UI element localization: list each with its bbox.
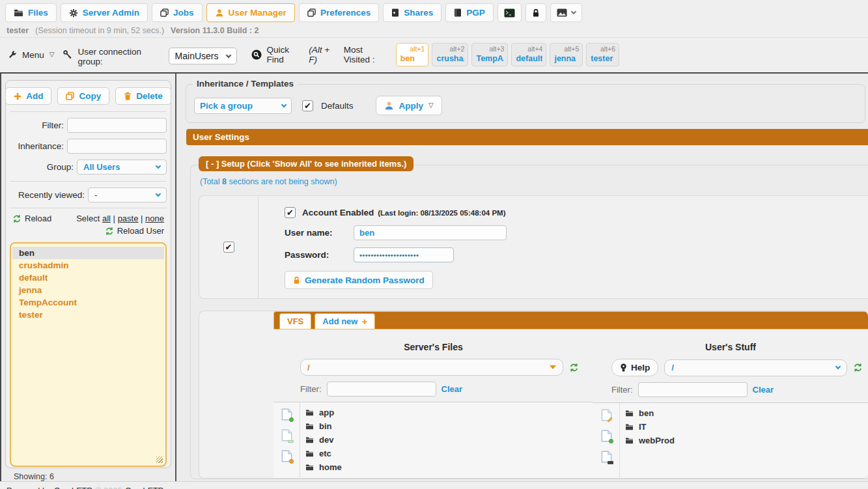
- showing-count: Showing: 6: [10, 472, 167, 481]
- most-visited-tester[interactable]: alt+6 tester: [586, 43, 619, 66]
- crushftp-link[interactable]: CrushFTP: [125, 486, 163, 489]
- reload-row: Reload Select all | paste | none: [10, 214, 167, 223]
- tab-pgp[interactable]: PGP: [445, 3, 494, 22]
- help-button[interactable]: Help: [611, 359, 658, 376]
- tab-files[interactable]: Files: [5, 3, 57, 22]
- password-input[interactable]: [354, 247, 454, 262]
- shortcut-badge: alt+3: [476, 46, 504, 53]
- reload-link[interactable]: Reload: [25, 214, 51, 223]
- tab-shares[interactable]: Shares: [383, 3, 441, 22]
- user-file-row[interactable]: webProd: [625, 434, 868, 447]
- tab-vfs[interactable]: VFS: [279, 313, 311, 329]
- terminal-button[interactable]: [497, 3, 522, 22]
- user-path-value: /: [671, 363, 836, 372]
- user-list-item-crushadmin[interactable]: crushadmin: [12, 259, 164, 272]
- refresh-icon[interactable]: [569, 363, 579, 372]
- tab-preferences[interactable]: Preferences: [299, 3, 379, 22]
- add-file-icon[interactable]: [601, 430, 612, 442]
- user-list-item-jenna[interactable]: jenna: [12, 284, 164, 296]
- edit-file-icon[interactable]: [601, 409, 612, 421]
- tab-label: VFS: [287, 316, 303, 326]
- section-check-cell: [199, 196, 259, 298]
- select-all-link[interactable]: all: [102, 214, 111, 223]
- user-list-item-tempaccount[interactable]: TempAccount: [12, 296, 164, 309]
- add-file-icon[interactable]: [281, 408, 292, 421]
- pick-group-select[interactable]: Pick a group: [194, 98, 292, 114]
- select-none-link[interactable]: none: [145, 214, 164, 223]
- resize-handle[interactable]: [156, 456, 163, 463]
- version-info: Version 11.3.0 Build : 2: [171, 26, 259, 35]
- most-visited-crushadmin[interactable]: alt+2 crusha...: [432, 43, 468, 66]
- most-visited-jenna[interactable]: alt+5 jenna: [550, 43, 583, 66]
- button-label: Add: [26, 91, 43, 101]
- user-path-combo[interactable]: /: [664, 359, 847, 376]
- key-icon: [63, 50, 72, 59]
- delete-user-button[interactable]: Delete: [115, 87, 171, 105]
- crushftp-link[interactable]: CrushFTP: [54, 486, 92, 489]
- user-list: ben crushadmin default jenna TempAccount…: [10, 242, 167, 467]
- chip-name: jenna: [554, 55, 579, 64]
- server-path-row: /: [273, 359, 593, 376]
- add-user-button[interactable]: Add: [5, 87, 51, 105]
- group-select[interactable]: All Users: [77, 160, 167, 175]
- select-paste-link[interactable]: paste: [118, 214, 139, 223]
- filter-input[interactable]: [67, 118, 167, 133]
- user-stuff-title: User's Stuff: [593, 342, 868, 352]
- person-icon: [215, 8, 224, 18]
- account-enabled-label: Account Enabled: [302, 208, 374, 217]
- server-path-combo[interactable]: /: [300, 359, 563, 376]
- menu-button[interactable]: Menu: [22, 50, 44, 60]
- defaults-checkbox[interactable]: [302, 100, 313, 111]
- lock-button[interactable]: [525, 3, 546, 22]
- tab-jobs[interactable]: Jobs: [152, 3, 203, 22]
- server-files-title: Server's Files: [273, 342, 593, 352]
- tab-label: Add new: [322, 316, 357, 326]
- server-file-row[interactable]: home: [305, 460, 593, 474]
- section-checkbox[interactable]: [223, 242, 234, 253]
- connection-group-select[interactable]: MainUsers: [169, 48, 237, 64]
- reload-user-link[interactable]: Reload User: [117, 226, 164, 236]
- most-visited-tempaccount[interactable]: alt+3 TempA...: [471, 43, 508, 66]
- server-file-row[interactable]: dev: [305, 433, 593, 447]
- user-file-row[interactable]: ben: [625, 406, 868, 420]
- tab-user-manager[interactable]: User Manager: [206, 3, 295, 22]
- user-clear-link[interactable]: Clear: [753, 385, 774, 395]
- account-enabled-checkbox[interactable]: [285, 207, 296, 218]
- zip-file-icon[interactable]: [601, 451, 612, 463]
- most-visited-ben[interactable]: alt+1 ben: [396, 43, 429, 66]
- gear-icon: [69, 8, 78, 18]
- folder-icon: [305, 423, 314, 430]
- generate-password-button[interactable]: Generate Random Password: [285, 271, 433, 289]
- most-visited-default[interactable]: alt+4 default: [511, 43, 546, 66]
- server-file-row[interactable]: app: [305, 406, 593, 419]
- user-filter-input[interactable]: [638, 382, 748, 397]
- file-icon[interactable]: [281, 429, 292, 441]
- username-input[interactable]: [354, 225, 507, 240]
- theme-button[interactable]: [550, 3, 582, 22]
- server-clear-link[interactable]: Clear: [441, 384, 463, 394]
- logged-in-user: tester: [7, 26, 29, 35]
- remove-file-icon[interactable]: [281, 450, 292, 462]
- tab-server-admin[interactable]: Server Admin: [61, 3, 148, 22]
- quick-find-icon[interactable]: [251, 49, 262, 60]
- server-file-row[interactable]: bin: [305, 419, 593, 433]
- server-filter-input[interactable]: [327, 382, 436, 397]
- quick-find-label[interactable]: Quick Find: [267, 45, 307, 64]
- refresh-icon[interactable]: [853, 363, 863, 372]
- group-value: All Users: [83, 162, 120, 172]
- user-list-item-tester[interactable]: tester: [12, 309, 164, 321]
- recently-viewed-select[interactable]: -: [88, 188, 167, 203]
- server-filter-row: Filter: Clear: [273, 382, 593, 397]
- copy-user-button[interactable]: Copy: [57, 87, 109, 105]
- server-file-row[interactable]: etc: [305, 447, 593, 460]
- user-file-row[interactable]: IT: [625, 420, 868, 434]
- apply-button[interactable]: Apply ▽: [376, 96, 442, 115]
- user-path-row: Help /: [593, 359, 868, 376]
- setup-legend[interactable]: [ - ] Setup (Click 'Show All' to see inh…: [199, 156, 413, 171]
- trash-icon: [124, 92, 132, 100]
- user-list-item-ben[interactable]: ben: [12, 247, 164, 259]
- folder-icon: [305, 450, 314, 457]
- inheritance-input[interactable]: [67, 139, 167, 154]
- user-list-item-default[interactable]: default: [12, 272, 164, 284]
- tab-add-new[interactable]: Add new +: [315, 313, 375, 329]
